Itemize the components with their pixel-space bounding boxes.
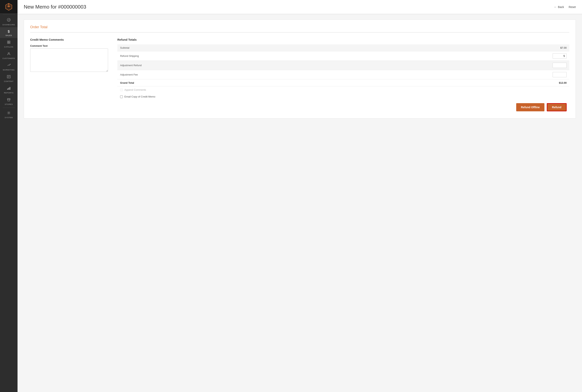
svg-rect-4	[9, 41, 10, 42]
header-actions: ← Back Reset	[554, 6, 576, 8]
catalog-label: CATALOG	[4, 46, 13, 48]
refund-offline-button[interactable]: Refund Offline	[516, 103, 544, 111]
comment-textarea[interactable]	[30, 48, 108, 72]
email-copy-row: Email Copy of Credit Memo	[117, 93, 569, 100]
adjustment-fee-row: Adjustment Fee	[117, 70, 569, 80]
sidebar-item-system[interactable]: SYSTEM	[0, 108, 18, 120]
adjustment-fee-input[interactable]	[552, 72, 566, 77]
refund-totals-title: Refund Totals	[117, 38, 569, 41]
sales-label: SALES	[6, 34, 12, 36]
content-icon	[7, 75, 11, 80]
content-label: CONTENT	[4, 80, 14, 82]
subtotal-value: $7.00	[560, 46, 566, 49]
sales-icon: $	[8, 30, 10, 34]
grand-total-row: Grand Total $12.00	[117, 80, 569, 86]
page-content-area: Order Total Credit Memo Comments Comment…	[18, 14, 582, 392]
system-icon	[7, 111, 11, 116]
sidebar-item-content[interactable]: CONTENT	[0, 72, 18, 84]
email-copy-checkbox[interactable]	[120, 95, 123, 98]
customers-label: CUSTOMERS	[2, 58, 15, 59]
grand-total-value: $12.00	[559, 81, 566, 84]
marketing-icon	[7, 63, 11, 68]
svg-point-18	[8, 112, 9, 114]
customers-icon	[7, 52, 11, 57]
grand-total-label: Grand Total	[120, 81, 559, 84]
comment-label: Comment Text	[30, 44, 108, 47]
dashboard-icon	[6, 18, 11, 23]
refund-shipping-row: Refund Shipping	[117, 52, 569, 61]
back-arrow-icon: ←	[554, 6, 557, 8]
refund-shipping-input[interactable]	[552, 53, 566, 58]
action-buttons: Refund Offline Refund	[117, 100, 569, 113]
svg-rect-3	[8, 41, 8, 42]
refund-totals-col: Refund Totals Subtotal $7.00 Refund Ship…	[117, 38, 569, 113]
sidebar: DASHBOARD $ SALES CATALOG CUSTOMERS	[0, 0, 18, 392]
section-title: Order Total	[30, 25, 569, 29]
sidebar-logo	[0, 0, 18, 14]
two-column-layout: Credit Memo Comments Comment Text Refund…	[30, 38, 569, 113]
reports-icon	[7, 86, 11, 91]
svg-point-7	[8, 52, 10, 54]
subtotal-row: Subtotal $7.00	[117, 44, 569, 52]
system-label: SYSTEM	[5, 116, 13, 118]
stores-label: STORES	[5, 103, 13, 105]
section-divider	[30, 32, 569, 32]
catalog-icon	[7, 40, 11, 45]
sidebar-item-sales[interactable]: $ SALES	[0, 27, 18, 38]
append-comments-row: Append Comments	[117, 86, 569, 93]
svg-rect-13	[7, 88, 8, 90]
credit-memo-comments-col: Credit Memo Comments Comment Text	[30, 38, 108, 72]
main-content: New Memo for #000000003 ← Back Reset Ord…	[18, 0, 582, 392]
svg-rect-16	[8, 99, 10, 101]
svg-rect-14	[8, 88, 9, 90]
sidebar-item-reports[interactable]: REPORTS	[0, 84, 18, 95]
magento-logo-icon	[4, 2, 13, 11]
sidebar-item-customers[interactable]: CUSTOMERS	[0, 50, 18, 61]
content-card: Order Total Credit Memo Comments Comment…	[24, 20, 576, 118]
adjustment-refund-label: Adjustment Refund	[120, 64, 552, 67]
refund-button[interactable]: Refund	[547, 103, 566, 111]
sidebar-item-catalog[interactable]: CATALOG	[0, 38, 18, 50]
reports-label: REPORTS	[4, 92, 14, 94]
marketing-label: MARKETING	[3, 69, 15, 71]
svg-rect-6	[9, 42, 10, 44]
page-header: New Memo for #000000003 ← Back Reset	[18, 0, 582, 14]
sidebar-item-stores[interactable]: STORES	[0, 95, 18, 107]
svg-point-8	[10, 64, 10, 64]
subtotal-label: Subtotal	[120, 46, 560, 49]
sidebar-item-marketing[interactable]: MARKETING	[0, 61, 18, 72]
svg-rect-15	[10, 87, 10, 90]
refund-shipping-label: Refund Shipping	[120, 54, 552, 58]
adjustment-fee-label: Adjustment Fee	[120, 73, 552, 76]
adjustment-refund-row: Adjustment Refund	[117, 61, 569, 70]
back-label: Back	[558, 6, 564, 8]
credit-memo-title: Credit Memo Comments	[30, 38, 108, 41]
page-title: New Memo for #000000003	[24, 4, 86, 10]
dashboard-label: DASHBOARD	[2, 24, 15, 26]
reset-button[interactable]: Reset	[568, 6, 576, 8]
append-comments-label: Append Comments	[124, 88, 146, 91]
svg-rect-5	[8, 42, 8, 44]
sidebar-item-dashboard[interactable]: DASHBOARD	[0, 16, 18, 27]
email-copy-label: Email Copy of Credit Memo	[124, 95, 155, 98]
back-button[interactable]: ← Back	[554, 6, 564, 8]
adjustment-refund-input[interactable]	[552, 63, 566, 68]
append-comments-checkbox[interactable]	[120, 88, 123, 91]
stores-icon	[7, 98, 11, 102]
